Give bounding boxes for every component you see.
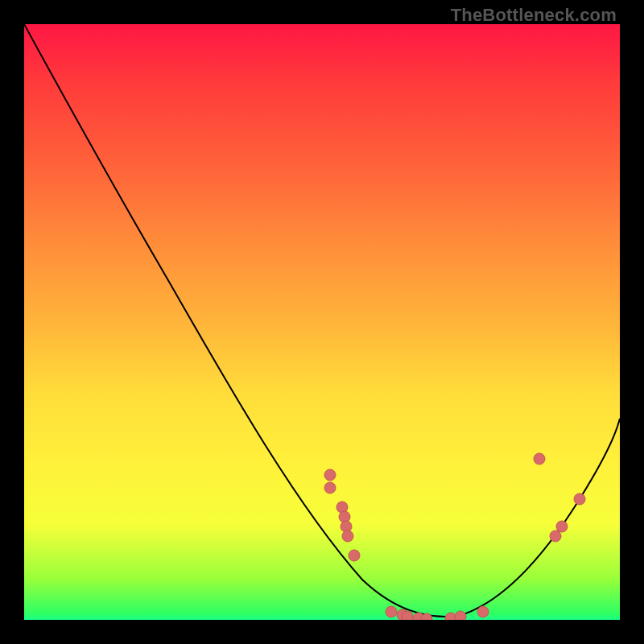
marker-group <box>324 453 585 620</box>
chart-svg <box>24 24 620 620</box>
marker-point <box>324 482 336 493</box>
curve-path <box>24 24 620 617</box>
chart-stage: TheBottleneck.com <box>0 0 644 644</box>
marker-point <box>402 611 413 620</box>
plot-area <box>24 24 620 620</box>
marker-point <box>455 611 466 620</box>
marker-point <box>324 469 336 481</box>
marker-point <box>574 493 585 505</box>
marker-point <box>550 530 561 542</box>
marker-point <box>477 606 489 617</box>
watermark-text: TheBottleneck.com <box>451 5 617 26</box>
marker-point <box>556 521 568 532</box>
marker-point <box>342 530 353 542</box>
marker-point <box>349 550 360 561</box>
marker-point <box>386 606 397 617</box>
marker-point <box>534 453 545 464</box>
